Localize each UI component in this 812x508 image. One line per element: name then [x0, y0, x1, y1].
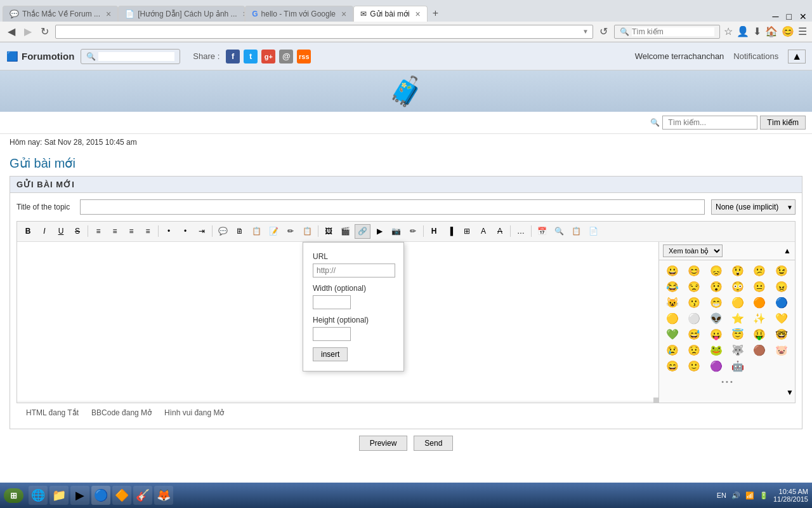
download-icon[interactable]: ⬇ [753, 25, 761, 37]
youtube-button[interactable]: ▶ [372, 224, 387, 239]
title-input[interactable] [80, 199, 705, 215]
align-center-button[interactable]: ≡ [107, 224, 122, 239]
align-left-button[interactable]: ≡ [91, 224, 106, 239]
emoji-slight[interactable]: 🙂 [684, 359, 704, 373]
doc-button[interactable]: 📄 [586, 224, 601, 239]
photo-button[interactable]: 📷 [388, 224, 404, 239]
font-size-button[interactable]: A [476, 224, 491, 239]
tab-3-close[interactable]: × [341, 9, 346, 19]
preview-button[interactable]: Preview [359, 436, 408, 451]
prefix-select[interactable]: None (use implicit) [711, 199, 796, 215]
strikethrough-button[interactable]: S [70, 224, 85, 239]
spoiler-button[interactable]: 📋 [249, 224, 265, 239]
emoji-star[interactable]: ⭐ [728, 311, 748, 326]
taskbar-app-explorer[interactable]: 📁 [49, 486, 69, 505]
link-button[interactable]: 🔗 [355, 224, 370, 239]
resize-handle[interactable] [653, 398, 658, 403]
emoji-sad[interactable]: 😞 [706, 264, 726, 278]
heading-button[interactable]: H [426, 224, 442, 239]
emoji-purple[interactable]: 🟣 [706, 359, 726, 373]
emoji-pig[interactable]: 🐷 [771, 343, 792, 358]
video-button[interactable]: 🎬 [337, 224, 353, 239]
emoji-tongue[interactable]: 😛 [706, 327, 726, 342]
emoji-cat[interactable]: 😺 [662, 295, 683, 310]
googleplus-icon[interactable]: g+ [261, 50, 275, 64]
underline-button[interactable]: U [53, 224, 69, 239]
taskbar-app-guitar[interactable]: 🎸 [133, 486, 152, 505]
justify-button[interactable]: ≡ [140, 224, 155, 239]
emoji-grinbig[interactable]: 😄 [662, 359, 683, 373]
emoji-view-select[interactable]: Xem toàn bộ [663, 244, 723, 257]
emoji-circle4[interactable]: 🟡 [662, 311, 683, 326]
emoji-circle1[interactable]: 🟡 [728, 295, 748, 310]
notifications-link[interactable]: Notifications [733, 51, 778, 61]
emoji-bear[interactable]: 🟤 [749, 343, 769, 358]
font-button[interactable]: A [492, 224, 508, 239]
start-button[interactable]: ⊞ [4, 488, 23, 503]
emoji-heart[interactable]: 💛 [771, 311, 792, 326]
taskbar-app-media[interactable]: ▶ [70, 486, 89, 505]
emoji-circle3[interactable]: 🔵 [771, 295, 792, 310]
align-right-button[interactable]: ≡ [124, 224, 139, 239]
address-dropdown-icon[interactable]: ▼ [582, 28, 589, 35]
emoji-wink[interactable]: 😉 [771, 264, 792, 278]
emoji-green[interactable]: 💚 [662, 327, 683, 342]
rss-icon[interactable]: rss [297, 50, 311, 64]
reload-button[interactable]: ↺ [597, 24, 610, 39]
top-search-input[interactable] [98, 52, 174, 61]
up-arrow-icon[interactable]: ▲ [788, 50, 806, 64]
quote-button[interactable]: 💬 [215, 224, 231, 239]
emoji-angel[interactable]: 😇 [728, 327, 748, 342]
bold-button[interactable]: B [20, 224, 36, 239]
emoji-happy2[interactable]: 😁 [706, 295, 726, 310]
forward-button[interactable]: ▶ [22, 24, 34, 39]
emoji-hushed[interactable]: 😯 [706, 279, 726, 294]
send-button[interactable]: Send [414, 436, 453, 451]
user-icon[interactable]: 👤 [737, 25, 749, 37]
search-input[interactable] [632, 27, 714, 36]
emoji-circle2[interactable]: 🟠 [749, 295, 769, 310]
emoji-surprised[interactable]: 😲 [728, 264, 748, 278]
emoji-lol[interactable]: 😂 [662, 279, 683, 294]
emoji-kissing[interactable]: 😗 [684, 295, 704, 310]
emoji-blush[interactable]: 😳 [728, 279, 748, 294]
avatar-icon[interactable]: 😊 [782, 25, 794, 37]
tab-2[interactable]: 📄 [Hướng Dẫn] Cách Up ảnh ... × [118, 6, 245, 22]
taskbar-app-chrome[interactable]: 🔵 [91, 486, 110, 505]
tab-1-close[interactable]: × [106, 9, 111, 19]
indent-button[interactable]: ⇥ [194, 224, 209, 239]
hr-button[interactable]: ▐ [443, 224, 458, 239]
star-icon[interactable]: ☆ [724, 25, 733, 37]
search-row-input[interactable] [662, 116, 757, 130]
emoji-angry[interactable]: 😠 [771, 279, 792, 294]
ol-button[interactable]: • [178, 224, 193, 239]
new-tab-button[interactable]: + [428, 5, 443, 22]
italic-button[interactable]: I [37, 224, 52, 239]
tab-4-close[interactable]: × [416, 9, 421, 19]
emoji-alien[interactable]: 👽 [706, 311, 726, 326]
emoji-frog[interactable]: 🐸 [706, 343, 726, 358]
image-button[interactable]: 🖼 [321, 224, 336, 239]
email-icon[interactable]: @ [279, 50, 293, 64]
emoji-nerd[interactable]: 🤓 [771, 327, 792, 342]
emoji-circle5[interactable]: ⚪ [684, 311, 704, 326]
tab-3[interactable]: G hello - Tìm với Google × [245, 6, 353, 22]
height-input[interactable] [313, 327, 351, 341]
taskbar-app-firefox[interactable]: 🦊 [154, 486, 173, 505]
refresh-button[interactable]: ↻ [38, 24, 51, 39]
twitter-icon[interactable]: t [244, 50, 258, 64]
emoji-cry[interactable]: 😢 [662, 343, 683, 358]
emoji-worried[interactable]: 😟 [684, 343, 704, 358]
hide-button[interactable]: 📝 [266, 224, 282, 239]
paste-button[interactable]: 📋 [299, 224, 315, 239]
table-button[interactable]: ⊞ [459, 224, 475, 239]
emoji-smile[interactable]: 😊 [684, 264, 704, 278]
emoji-sparkle[interactable]: ✨ [749, 311, 769, 326]
emoji-sweat[interactable]: 😅 [684, 327, 704, 342]
emoji-grin[interactable]: 😀 [662, 264, 683, 278]
tab-4[interactable]: ✉ Gửi bài mới × [353, 6, 428, 22]
emoji-robot[interactable]: 🤖 [728, 359, 748, 373]
ul-button[interactable]: • [161, 224, 176, 239]
back-button[interactable]: ◀ [5, 24, 18, 39]
emoji-scroll-up[interactable]: ▲ [783, 246, 791, 255]
